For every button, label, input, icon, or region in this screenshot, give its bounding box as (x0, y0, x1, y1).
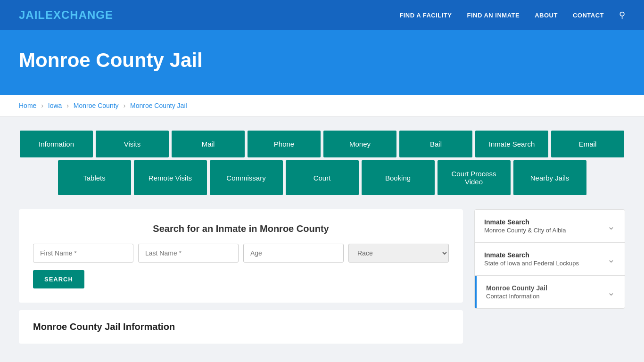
breadcrumb-sep2: › (66, 102, 69, 109)
sidebar: Inmate SearchMonroe County & City of Alb… (474, 209, 625, 309)
nav-find-inmate[interactable]: FIND AN INMATE (467, 12, 520, 19)
grid-btn-nearby-jails[interactable]: Nearby Jails (513, 160, 586, 195)
info-section: Monroe County Jail Information (19, 310, 463, 344)
search-title: Search for an Inmate in Monroe County (33, 223, 449, 234)
logo-part2: E (45, 8, 53, 21)
site-logo[interactable]: JAILEXCHANGE (19, 8, 113, 22)
grid-btn-remote-visits[interactable]: Remote Visits (134, 160, 207, 195)
grid-btn-visits[interactable]: Visits (96, 131, 169, 157)
two-column-layout: Search for an Inmate in Monroe County Ra… (19, 209, 625, 344)
nav-contact[interactable]: CONTACT (573, 12, 604, 19)
grid-btn-court-process-video[interactable]: Court Process Video (438, 160, 511, 195)
breadcrumb-sep3: › (123, 102, 125, 109)
grid-btn-email[interactable]: Email (551, 131, 624, 157)
grid-btn-inmate-search[interactable]: Inmate Search (475, 131, 548, 157)
nav-about[interactable]: ABOUT (535, 12, 558, 19)
chevron-down-icon: ⌄ (607, 287, 615, 298)
hero-section: Monroe County Jail (0, 30, 644, 95)
breadcrumb-iowa[interactable]: Iowa (48, 102, 62, 109)
sidebar-card: Inmate SearchMonroe County & City of Alb… (474, 209, 625, 309)
last-name-input[interactable] (138, 244, 239, 263)
grid-btn-bail[interactable]: Bail (399, 131, 472, 157)
sidebar-item-text-2: Monroe County JailContact Information (486, 284, 547, 300)
search-button[interactable]: SEARCH (33, 270, 84, 288)
chevron-down-icon: ⌄ (607, 221, 615, 232)
grid-btn-mail[interactable]: Mail (172, 131, 245, 157)
breadcrumb-home[interactable]: Home (19, 102, 36, 109)
logo-part3: XCHANGE (53, 8, 113, 21)
grid-btn-court[interactable]: Court (286, 160, 359, 195)
grid-btn-information[interactable]: Information (20, 131, 93, 157)
breadcrumb: Home › Iowa › Monroe County › Monroe Cou… (0, 95, 644, 116)
chevron-down-icon: ⌄ (607, 254, 615, 265)
breadcrumb-current[interactable]: Monroe County Jail (130, 102, 187, 109)
page-title: Monroe County Jail (19, 49, 625, 72)
race-select[interactable]: Race (348, 244, 449, 263)
sidebar-item-title-2: Monroe County Jail (486, 284, 547, 292)
sidebar-item-subtitle-1: State of Iowa and Federal Lockups (484, 260, 579, 267)
grid-btn-tablets[interactable]: Tablets (58, 160, 131, 195)
grid-btn-booking[interactable]: Booking (362, 160, 435, 195)
sidebar-item-title-1: Inmate Search (484, 251, 579, 259)
first-name-input[interactable] (33, 244, 133, 263)
age-input[interactable] (243, 244, 344, 263)
sidebar-item-1[interactable]: Inmate SearchState of Iowa and Federal L… (475, 243, 625, 276)
inmate-search-panel: Search for an Inmate in Monroe County Ra… (19, 209, 463, 303)
sidebar-item-text-0: Inmate SearchMonroe County & City of Alb… (484, 218, 566, 234)
grid-btn-money[interactable]: Money (323, 131, 396, 157)
grid-btn-commissary[interactable]: Commissary (210, 160, 283, 195)
sidebar-item-subtitle-2: Contact Information (486, 293, 547, 300)
sidebar-item-2[interactable]: Monroe County JailContact Information⌄ (475, 276, 625, 308)
info-title: Monroe County Jail Information (33, 321, 449, 332)
sidebar-item-text-1: Inmate SearchState of Iowa and Federal L… (484, 251, 579, 267)
nav-links: FIND A FACILITY FIND AN INMATE ABOUT CON… (399, 10, 625, 20)
logo-part1: JAIL (19, 8, 45, 21)
breadcrumb-sep1: › (41, 102, 43, 109)
sidebar-item-subtitle-0: Monroe County & City of Albia (484, 227, 566, 234)
sidebar-item-0[interactable]: Inmate SearchMonroe County & City of Alb… (475, 210, 625, 243)
sidebar-item-title-0: Inmate Search (484, 218, 566, 226)
search-icon[interactable]: ⚲ (619, 10, 625, 20)
category-button-grid: InformationVisitsMailPhoneMoneyBailInmat… (19, 131, 625, 195)
grid-btn-phone[interactable]: Phone (248, 131, 321, 157)
search-form-row: Race (33, 244, 449, 263)
main-container: InformationVisitsMailPhoneMoneyBailInmat… (0, 116, 644, 358)
navbar: JAILEXCHANGE FIND A FACILITY FIND AN INM… (0, 0, 644, 30)
nav-find-facility[interactable]: FIND A FACILITY (399, 12, 452, 19)
breadcrumb-monroe-county[interactable]: Monroe County (74, 102, 119, 109)
